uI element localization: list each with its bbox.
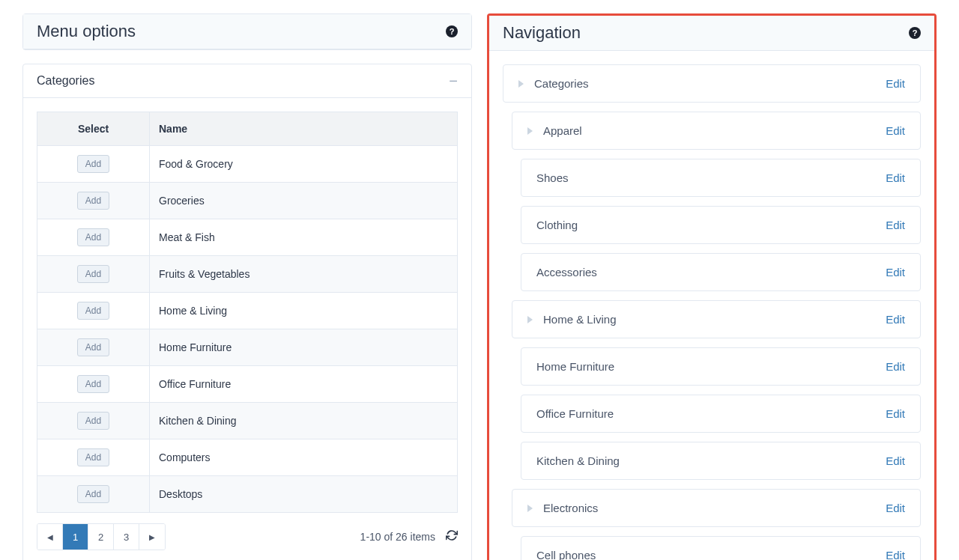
table-row: AddHome & Living [37, 293, 458, 329]
pager-next[interactable]: ▶ [139, 524, 165, 550]
category-name: Meat & Fish [150, 219, 458, 256]
add-button[interactable]: Add [77, 412, 109, 430]
edit-link[interactable]: Edit [886, 266, 905, 279]
add-button[interactable]: Add [77, 485, 109, 503]
navigation-panel: Navigation ? CategoriesEditApparelEditSh… [487, 13, 937, 560]
add-button[interactable]: Add [77, 265, 109, 283]
add-button[interactable]: Add [77, 338, 109, 356]
pager-page-2[interactable]: 2 [88, 524, 114, 550]
nav-item[interactable]: ElectronicsEdit [512, 489, 921, 527]
nav-item[interactable]: ApparelEdit [512, 112, 921, 150]
category-name: Groceries [150, 183, 458, 219]
expand-icon[interactable] [518, 80, 524, 88]
refresh-icon[interactable] [446, 529, 458, 544]
table-row: AddDesktops [37, 476, 458, 513]
collapse-icon[interactable]: − [449, 73, 458, 88]
nav-item[interactable]: Home & LivingEdit [512, 300, 921, 338]
category-name: Computers [150, 439, 458, 476]
nav-item[interactable]: CategoriesEdit [503, 64, 921, 103]
nav-item-label: Home Furniture [536, 360, 614, 373]
edit-link[interactable]: Edit [886, 77, 905, 90]
navigation-title: Navigation [503, 23, 581, 43]
nav-item-label: Kitchen & Dining [536, 454, 620, 467]
edit-link[interactable]: Edit [886, 313, 905, 326]
add-button[interactable]: Add [77, 375, 109, 393]
pager: ◀ 1 2 3 ▶ [37, 523, 166, 550]
add-button[interactable]: Add [77, 155, 109, 173]
table-row: AddFood & Grocery [37, 146, 458, 183]
help-icon[interactable]: ? [909, 27, 921, 39]
edit-link[interactable]: Edit [886, 549, 905, 560]
table-row: AddGroceries [37, 183, 458, 219]
categories-title: Categories [37, 74, 94, 88]
pager-status: 1-10 of 26 items [360, 531, 435, 543]
pager-prev[interactable]: ◀ [37, 524, 63, 550]
nav-item[interactable]: ClothingEdit [521, 206, 921, 244]
table-row: AddHome Furniture [37, 329, 458, 366]
add-button[interactable]: Add [77, 192, 109, 210]
nav-item-label: Office Furniture [536, 407, 614, 420]
nav-item[interactable]: AccessoriesEdit [521, 253, 921, 291]
edit-link[interactable]: Edit [886, 171, 905, 184]
pager-page-3[interactable]: 3 [114, 524, 139, 550]
table-row: AddOffice Furniture [37, 366, 458, 403]
table-row: AddFruits & Vegetables [37, 256, 458, 293]
expand-icon[interactable] [527, 127, 533, 135]
category-name: Office Furniture [150, 366, 458, 403]
category-name: Home & Living [150, 293, 458, 329]
menu-options-panel: Menu options ? [22, 13, 472, 50]
add-button[interactable]: Add [77, 448, 109, 466]
nav-item[interactable]: Cell phonesEdit [521, 536, 921, 560]
edit-link[interactable]: Edit [886, 219, 905, 231]
categories-table: Select Name AddFood & GroceryAddGrocerie… [37, 112, 458, 513]
table-row: AddComputers [37, 439, 458, 476]
menu-options-title: Menu options [37, 22, 136, 41]
categories-panel: Categories − Select Name AddFood & Groce… [22, 64, 472, 560]
add-button[interactable]: Add [77, 302, 109, 320]
edit-link[interactable]: Edit [886, 124, 905, 137]
nav-item-label: Electronics [543, 502, 598, 514]
nav-item-label: Shoes [536, 171, 569, 184]
nav-item[interactable]: Kitchen & DiningEdit [521, 442, 921, 480]
nav-item[interactable]: ShoesEdit [521, 159, 921, 197]
nav-item-label: Apparel [543, 124, 582, 137]
nav-item-label: Home & Living [543, 313, 617, 326]
nav-item[interactable]: Office FurnitureEdit [521, 395, 921, 433]
col-select: Select [37, 112, 150, 146]
nav-item-label: Clothing [536, 219, 578, 231]
table-row: AddKitchen & Dining [37, 403, 458, 439]
category-name: Kitchen & Dining [150, 403, 458, 439]
help-icon[interactable]: ? [446, 25, 458, 37]
nav-item[interactable]: Home FurnitureEdit [521, 347, 921, 386]
edit-link[interactable]: Edit [886, 407, 905, 420]
category-name: Fruits & Vegetables [150, 256, 458, 293]
edit-link[interactable]: Edit [886, 502, 905, 514]
col-name: Name [150, 112, 458, 146]
category-name: Desktops [150, 476, 458, 513]
table-row: AddMeat & Fish [37, 219, 458, 256]
category-name: Food & Grocery [150, 146, 458, 183]
category-name: Home Furniture [150, 329, 458, 366]
pager-page-1[interactable]: 1 [63, 524, 88, 550]
expand-icon[interactable] [527, 316, 533, 323]
add-button[interactable]: Add [77, 228, 109, 246]
nav-item-label: Cell phones [536, 549, 596, 560]
nav-item-label: Categories [534, 77, 589, 90]
nav-item-label: Accessories [536, 266, 597, 279]
edit-link[interactable]: Edit [886, 454, 905, 467]
edit-link[interactable]: Edit [886, 360, 905, 373]
expand-icon[interactable] [527, 505, 533, 512]
